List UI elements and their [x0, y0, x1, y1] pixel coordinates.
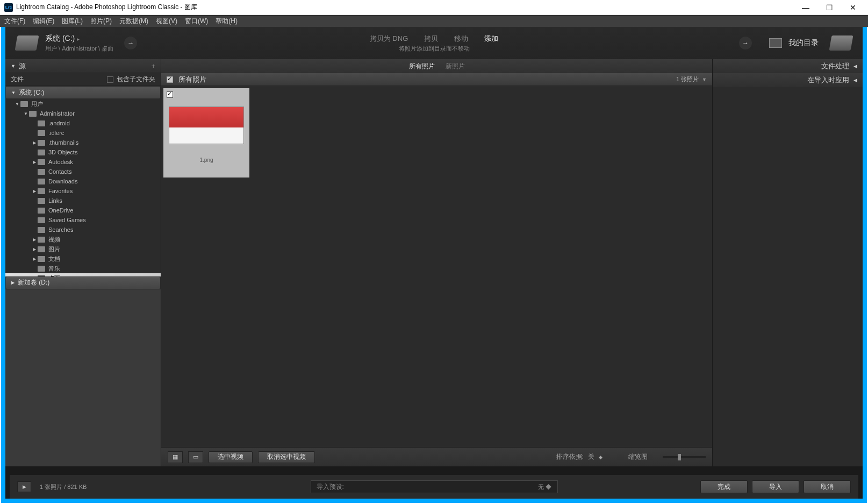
include-subfolders-checkbox[interactable] [107, 76, 113, 83]
tree-arrow-icon: ▶ [31, 160, 38, 165]
tree-item-label: 3D Objects [48, 149, 77, 155]
folder-icon [38, 275, 45, 276]
tree-item-label: Administrator [40, 110, 75, 117]
thumb-image [169, 107, 244, 144]
titlebar: Lrc Lightroom Catalog - Adobe Photoshop … [0, 0, 868, 15]
select-video-button[interactable]: 选中视频 [209, 451, 253, 463]
source-panel: ▼ 源 + 文件 包含子文件夹 ▼ 系统 (C:) ▼用户▼Administra… [5, 59, 161, 466]
drive-c[interactable]: ▼ 系统 (C:) [6, 87, 160, 98]
folder-icon [38, 159, 45, 165]
menu-view[interactable]: 视图(V) [156, 17, 177, 26]
maximize-button[interactable]: ☐ [823, 3, 836, 12]
tree-item[interactable]: Contacts [5, 167, 161, 176]
tree-item[interactable]: ▼Administrator [5, 109, 161, 118]
tree-item[interactable]: ▶文档 [5, 254, 161, 264]
loupe-view-button[interactable]: ▭ [188, 451, 203, 463]
thumbnail-item[interactable]: 1.png [163, 88, 249, 178]
deselect-video-button[interactable]: 取消选中视频 [258, 451, 315, 463]
tree-item[interactable]: .android [5, 118, 161, 128]
chevron-right-icon: ▶ [11, 280, 15, 285]
menu-window[interactable]: 窗口(W) [185, 17, 208, 26]
mode-copy[interactable]: 拷贝 [424, 34, 438, 44]
tab-all-photos[interactable]: 所有照片 [409, 62, 435, 71]
settings-panel: 文件处理 ◀ 在导入时应用 ◀ [712, 59, 863, 466]
import-preset-select[interactable]: 导入预设: 无 ◆ [311, 480, 558, 493]
folder-icon [29, 111, 37, 117]
tree-item-label: 桌面 [48, 274, 60, 276]
play-button[interactable]: ▶ [17, 481, 31, 492]
bar-title: 所有照片 [178, 75, 206, 84]
close-button[interactable]: ✕ [847, 3, 859, 12]
tree-item[interactable]: ▶视频 [5, 235, 161, 244]
window-title: Lightroom Catalog - Adobe Photoshop Ligh… [16, 3, 799, 12]
file-row: 文件 包含子文件夹 [5, 73, 161, 86]
folder-icon [38, 227, 45, 233]
menu-photo[interactable]: 照片(P) [90, 17, 112, 26]
tree-item[interactable]: OneDrive [5, 205, 161, 215]
menu-help[interactable]: 帮助(H) [216, 17, 238, 26]
mode-copy-dng[interactable]: 拷贝为 DNG [370, 34, 408, 44]
tree-arrow-icon: ▶ [31, 247, 38, 252]
chevron-left-icon: ◀ [853, 63, 857, 69]
arrow-right-icon[interactable]: → [124, 37, 137, 49]
source-drive[interactable]: 系统 (C:) ▸ [45, 34, 113, 44]
menu-file[interactable]: 文件(F) [4, 17, 25, 26]
menu-edit[interactable]: 编辑(E) [33, 17, 54, 26]
thumb-checkbox[interactable] [167, 91, 173, 98]
tree-item[interactable]: 3D Objects [5, 147, 161, 157]
mode-move[interactable]: 移动 [454, 34, 468, 44]
footer-status: 1 张照片 / 821 KB [40, 483, 87, 491]
tree-item[interactable]: ▶Favorites [5, 186, 161, 196]
mode-add[interactable]: 添加 [484, 34, 498, 44]
menu-library[interactable]: 图库(L) [62, 17, 83, 26]
tree-item[interactable]: ▼桌面 [5, 273, 161, 276]
grid-view-button[interactable]: ▦ [168, 451, 183, 463]
tree-item-label: .thumbnails [48, 139, 78, 146]
cancel-button[interactable]: 取消 [804, 480, 851, 493]
tree-item[interactable]: Downloads [5, 176, 161, 186]
tree-item-label: Favorites [48, 188, 73, 194]
chevron-down-icon: ▼ [11, 63, 16, 69]
minimize-button[interactable]: — [799, 3, 812, 12]
drive-d[interactable]: ▶ 新加卷 (D:) [6, 277, 160, 289]
folder-icon [38, 188, 45, 194]
photo-count: 1 张照片 [676, 75, 699, 83]
tree-item[interactable]: Saved Games [5, 215, 161, 225]
tree-item[interactable]: ▶图片 [5, 244, 161, 254]
tree-item[interactable]: ▶.thumbnails [5, 138, 161, 147]
sort-value[interactable]: 关 [588, 452, 594, 462]
sort-dropdown-icon[interactable]: ◆ [599, 455, 602, 460]
arrow-right-dest-icon[interactable]: → [739, 37, 752, 49]
apply-on-import-header[interactable]: 在导入时应用 ◀ [713, 73, 863, 87]
thumbnail-size-slider[interactable] [663, 456, 706, 458]
tree-item[interactable]: ▶Autodesk [5, 157, 161, 167]
folder-icon [38, 169, 45, 175]
count-dropdown-icon[interactable]: ▼ [702, 77, 707, 82]
tree-item[interactable]: .idlerc [5, 128, 161, 138]
tree-item-label: Links [48, 197, 62, 204]
tab-new-photos[interactable]: 新照片 [446, 62, 465, 71]
select-all-checkbox[interactable] [167, 76, 173, 83]
disk-dest-icon [829, 36, 853, 51]
folder-icon [38, 198, 45, 204]
tree-item[interactable]: Searches [5, 225, 161, 235]
catalog-icon [769, 38, 782, 48]
tree-item-label: Autodesk [48, 159, 73, 165]
tree-item[interactable]: Links [5, 196, 161, 205]
menu-metadata[interactable]: 元数据(M) [119, 17, 148, 26]
done-button[interactable]: 完成 [700, 480, 748, 493]
tree-item[interactable]: ▼用户 [5, 99, 161, 109]
source-panel-header[interactable]: ▼ 源 + [5, 59, 161, 73]
folder-icon [38, 130, 45, 136]
add-source-icon[interactable]: + [151, 62, 155, 70]
folder-icon [38, 150, 45, 155]
thumb-filename: 1.png [166, 157, 247, 163]
file-handling-header[interactable]: 文件处理 ◀ [713, 59, 863, 73]
import-button[interactable]: 导入 [752, 480, 799, 493]
app-icon: Lrc [4, 3, 13, 12]
tree-item[interactable]: 音乐 [5, 264, 161, 273]
import-header: 系统 (C:) ▸ 用户 \ Administrator \ 桌面 → 拷贝为 … [5, 27, 863, 59]
folder-icon [38, 140, 45, 146]
tree-item-label: 用户 [31, 100, 43, 108]
preview-panel: 所有照片 新照片 所有照片 1 张照片 ▼ 1.png ▦ ▭ 选中视频 [161, 59, 712, 466]
